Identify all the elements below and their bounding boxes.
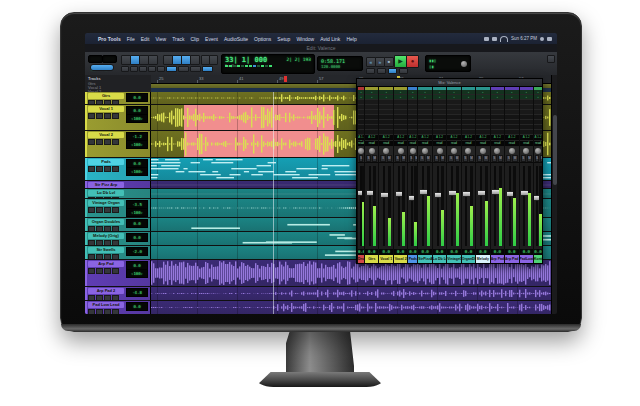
automation-mode[interactable]: read: [462, 141, 475, 147]
solo-icon[interactable]: [96, 295, 103, 300]
solo-button[interactable]: S: [395, 155, 400, 162]
solo-icon[interactable]: [96, 207, 103, 213]
track-name[interactable]: Vocal 1: [88, 106, 124, 112]
solo-icon[interactable]: [96, 268, 103, 274]
pan-knob[interactable]: [410, 148, 416, 154]
mixer-strip-kontakt[interactable]: ▪▪A 1-2readSM0.0Kontakt: [534, 87, 542, 263]
insertion-follows-button[interactable]: [202, 66, 213, 72]
record-enable-icon[interactable]: [88, 100, 95, 104]
strip-name-label[interactable]: VintageOrg: [447, 255, 460, 263]
track-header[interactable]: Vocal 2-1.2‹100›: [85, 131, 151, 157]
menu-item-event[interactable]: Event: [202, 36, 221, 42]
record-enable-icon[interactable]: [88, 139, 95, 145]
mute-icon[interactable]: [104, 268, 111, 274]
menu-item-avid-link[interactable]: Avid Link: [317, 36, 343, 42]
automation-mode[interactable]: read: [365, 141, 378, 147]
strip-name-label[interactable]: Drums: [358, 255, 364, 263]
input-monitor-icon[interactable]: [112, 100, 119, 104]
solo-icon[interactable]: [96, 197, 103, 198]
solo-button[interactable]: S: [409, 155, 413, 162]
automation-mode[interactable]: read: [447, 141, 460, 147]
toolbar-menu-icon[interactable]: [547, 55, 555, 63]
pan-knob[interactable]: [509, 148, 515, 154]
automation-mode[interactable]: read: [358, 141, 364, 147]
track-name[interactable]: Arp Pad: [88, 261, 124, 267]
track-header[interactable]: Vocal 10.0‹100›: [85, 105, 151, 130]
solo-button[interactable]: S: [448, 155, 453, 162]
metronome-button[interactable]: [399, 68, 408, 74]
input-monitor-icon[interactable]: [112, 207, 119, 213]
mute-icon[interactable]: [104, 197, 111, 198]
link-timeline-button[interactable]: [178, 66, 189, 72]
mute-icon[interactable]: [104, 113, 111, 119]
track-header[interactable]: Pad Low Lead0.0: [85, 301, 151, 314]
track-pan-readout[interactable]: ‹100›: [126, 269, 148, 278]
pan-knob[interactable]: [494, 148, 500, 154]
strip-name-label[interactable]: Arp Pad: [491, 255, 504, 263]
playhead[interactable]: [273, 92, 274, 314]
pan-knob[interactable]: [451, 148, 457, 154]
mute-button[interactable]: M: [469, 155, 474, 162]
zoom-toggle-button[interactable]: [90, 64, 114, 71]
input-monitor-icon[interactable]: [112, 226, 119, 231]
link-track-button[interactable]: [190, 66, 201, 72]
strip-name-label[interactable]: StrPizzArp: [418, 255, 431, 263]
track-pan-readout[interactable]: ‹100›: [126, 114, 148, 123]
pan-knob[interactable]: [523, 148, 529, 154]
solo-button[interactable]: S: [521, 155, 526, 162]
solo-button[interactable]: S: [434, 155, 439, 162]
track-name[interactable]: Lo Db Lvl: [88, 190, 124, 196]
mixer-strip-drums[interactable]: ▪▪A 1-2readSM0.0Drums: [358, 87, 364, 263]
track-volume-readout[interactable]: 0.0: [126, 219, 148, 228]
midi-panel[interactable]: ▮▮▯ ▯▮: [425, 55, 471, 72]
pan-knob[interactable]: [398, 148, 404, 154]
automation-mode[interactable]: read: [433, 141, 446, 147]
menu-item-help[interactable]: Help: [343, 36, 359, 42]
mute-button[interactable]: M: [455, 155, 460, 162]
pre-roll-button[interactable]: [366, 68, 375, 74]
strip-name-label[interactable]: OrganDbls: [462, 255, 475, 263]
zoom-1-button[interactable]: [121, 66, 129, 72]
mute-icon[interactable]: [104, 139, 111, 145]
automation-mode[interactable]: read: [534, 141, 542, 147]
track-name[interactable]: Gtrs: [88, 93, 124, 99]
input-monitor-icon[interactable]: [112, 295, 119, 300]
input-monitor-icon[interactable]: [112, 166, 119, 172]
search-icon[interactable]: [540, 37, 544, 41]
solo-button[interactable]: S: [535, 155, 539, 162]
mix-window-titlebar[interactable]: Mix: Valence: [357, 79, 542, 87]
mute-icon[interactable]: [104, 226, 111, 231]
secondary-counter-panel[interactable]: 0:58.171 120.0000: [317, 56, 363, 71]
menu-item-view[interactable]: View: [152, 36, 169, 42]
record-enable-icon[interactable]: [88, 226, 95, 231]
zoom-preset-display2[interactable]: ▮: [102, 55, 117, 63]
track-header[interactable]: Organ Doubles0.0: [85, 218, 151, 231]
input-monitor-icon[interactable]: [112, 113, 119, 119]
mixer-strip-padlowld[interactable]: ▪▪A 1-2readSM0.0PadLowLd: [520, 87, 533, 263]
output-knob[interactable]: [461, 61, 467, 67]
mute-button[interactable]: M: [372, 155, 377, 162]
solo-button[interactable]: S: [366, 155, 371, 162]
record-button[interactable]: ●: [406, 55, 419, 68]
control-center-icon[interactable]: [547, 37, 552, 41]
strip-name-label[interactable]: Kontakt: [534, 255, 542, 263]
menu-item-window[interactable]: Window: [293, 36, 317, 42]
track-clip-lane[interactable]: [151, 301, 551, 314]
mute-button[interactable]: M: [387, 155, 392, 162]
ruler-playhead-marker[interactable]: [284, 76, 287, 82]
pan-knob[interactable]: [465, 148, 471, 154]
mixer-strip-lo-db-lvl[interactable]: ▪▪A 1-2readSM0.0Lo Db Lvl: [433, 87, 446, 263]
menu-item-edit[interactable]: Edit: [138, 36, 153, 42]
zoom-2-button[interactable]: [130, 66, 138, 72]
tab-transient-button[interactable]: [166, 66, 177, 72]
mute-button[interactable]: M: [426, 155, 431, 162]
record-enable-icon[interactable]: [88, 254, 95, 259]
strip-name-label[interactable]: PadLowLd: [520, 255, 533, 263]
mixer-strip-pads[interactable]: ▪▪A 1-2readSM0.0Pads: [408, 87, 417, 263]
track-name[interactable]: Melody (Orig): [88, 233, 124, 239]
track-pan-readout[interactable]: ‹100›: [126, 208, 148, 217]
automation-mode[interactable]: read: [379, 141, 392, 147]
track-header[interactable]: Str Swells-2.0: [85, 246, 151, 259]
mixer-strip-arp-pad-2[interactable]: ▪▪A 1-2readSM0.0Arp Pad 2: [505, 87, 518, 263]
mixer-strip-gtrs[interactable]: ▪▪A 1-2readSM0.0Gtrs: [365, 87, 378, 263]
